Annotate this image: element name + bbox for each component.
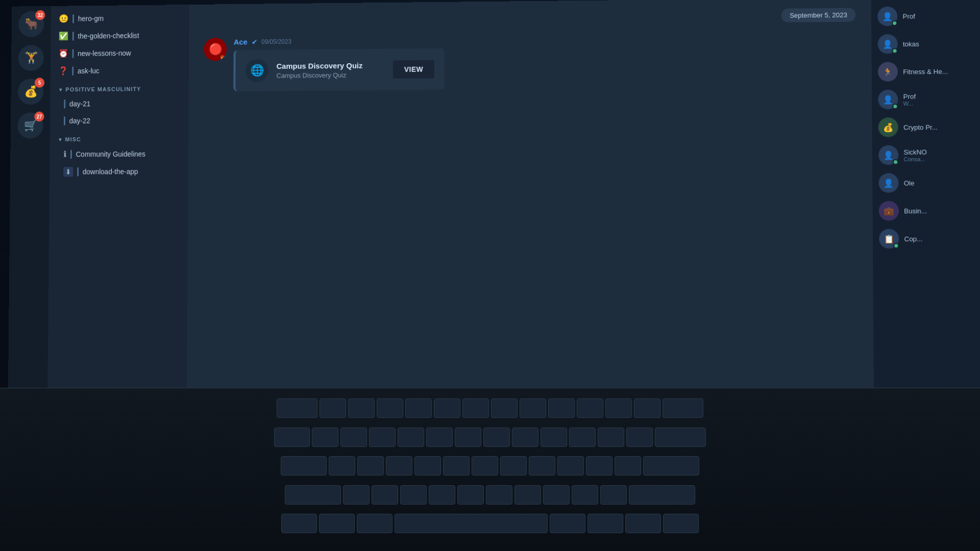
- member-prof2[interactable]: 👤 Prof W...: [872, 85, 980, 113]
- chevron-down-icon: ▼: [58, 87, 64, 92]
- member-info-sickno: SickNO Consa...: [903, 148, 927, 162]
- sidebar-icon-money[interactable]: 💰 5: [18, 79, 43, 105]
- channel-name-golden-checklist: the-golden-checklist: [78, 31, 139, 40]
- badge-cart: 27: [34, 112, 44, 122]
- channel-divider-day-22: [64, 116, 65, 126]
- channel-emoji-community-guidelines: ℹ: [63, 149, 66, 159]
- member-avatar-fitness: 🏃: [878, 62, 898, 82]
- quiz-subtitle: Campus Discovery Quiz: [277, 71, 385, 79]
- sidebar-icon-cart[interactable]: 🛒 27: [17, 113, 43, 139]
- category-label-positive-masculinity: POSITIVE MASCULINITY: [65, 86, 141, 92]
- quiz-title: Campus Discovery Quiz: [277, 61, 385, 70]
- channel-name-day-22: day-22: [69, 117, 90, 125]
- channel-divider-ask-luc: [72, 66, 74, 76]
- member-avatar-tokas: 👤: [877, 34, 897, 54]
- online-dot-prof2: [892, 104, 898, 109]
- quiz-card: 🌐 Campus Discovery Quiz Campus Discovery…: [233, 48, 445, 91]
- member-avatar-prof1: 👤: [877, 7, 897, 27]
- channel-emoji-new-lessons: ⏰: [59, 48, 68, 58]
- channel-item-ask-luc[interactable]: ❓ ask-luc: [51, 61, 189, 80]
- channel-item-new-lessons[interactable]: ⏰ new-lessons-now: [51, 43, 189, 62]
- channel-name-hero-gm: hero-gm: [78, 14, 104, 22]
- category-misc[interactable]: ▼ MISC: [50, 129, 189, 145]
- member-info-business: Busin...: [904, 207, 927, 214]
- channel-item-download-app[interactable]: ⬇ download-the-app: [50, 162, 188, 181]
- member-avatar-sickno: 👤: [878, 145, 898, 165]
- date-pill: September 5, 2023: [781, 8, 856, 22]
- channel-name-download-app: download-the-app: [83, 167, 138, 176]
- channel-name-new-lessons: new-lessons-now: [78, 49, 131, 58]
- channel-emoji-golden-checklist: ✅: [59, 31, 68, 41]
- badge-money: 5: [35, 78, 44, 88]
- channel-emoji-download-app: ⬇: [63, 167, 73, 177]
- sidebar-icon-gym[interactable]: 🏋: [18, 45, 43, 71]
- online-dot-copy: [893, 243, 899, 248]
- date-separator: September 5, 2023: [204, 8, 856, 28]
- member-info-crypto: Crypto Pr...: [903, 123, 938, 131]
- keyboard-keys: [0, 388, 980, 551]
- channel-name-community-guidelines: Community Guidelines: [76, 149, 146, 158]
- message-author: Ace: [234, 38, 248, 46]
- category-label-misc: MISC: [65, 136, 81, 142]
- sidebar-icon-bull[interactable]: 🐂 32: [18, 11, 44, 37]
- online-dot-prof1: [892, 20, 897, 26]
- member-info-fitness: Fitness & He...: [903, 67, 948, 76]
- message-header: Ace ✔ 09/05/2023: [234, 32, 856, 46]
- message-avatar: 🔴: [204, 38, 227, 61]
- member-ole[interactable]: 👤 Ole: [872, 169, 980, 197]
- chevron-down-icon-misc: ▼: [58, 137, 63, 142]
- channel-divider-download-app: [77, 167, 79, 177]
- member-avatar-copy: 📋: [879, 229, 899, 249]
- channel-divider-golden-checklist: [72, 32, 74, 41]
- member-sickno[interactable]: 👤 SickNO Consa...: [872, 141, 980, 169]
- channel-item-community-guidelines[interactable]: ℹ Community Guidelines: [50, 145, 188, 163]
- badge-bull: 32: [35, 10, 45, 20]
- quiz-info: Campus Discovery Quiz Campus Discovery Q…: [277, 61, 385, 79]
- member-copy[interactable]: 📋 Cop...: [873, 224, 980, 253]
- member-fitness[interactable]: 🏃 Fitness & He...: [871, 57, 980, 86]
- channel-name-ask-luc: ask-luc: [78, 66, 100, 74]
- channel-item-golden-checklist[interactable]: ✅ the-golden-checklist: [51, 26, 189, 45]
- channel-emoji-hero-gm: 😐: [59, 14, 68, 23]
- message: 🔴 Ace ✔ 09/05/2023 🌐 Campus Discover: [204, 32, 856, 92]
- category-positive-masculinity[interactable]: ▼ POSITIVE MASCULINITY: [50, 79, 188, 95]
- member-avatar-business: 💼: [879, 201, 899, 221]
- member-avatar-crypto: 💰: [878, 117, 898, 137]
- view-button[interactable]: VIEW: [393, 60, 434, 79]
- member-name-prof1: Prof: [902, 12, 915, 20]
- online-dot-sickno: [893, 159, 898, 165]
- channel-emoji-ask-luc: ❓: [58, 66, 68, 76]
- member-tokas[interactable]: 👤 tokas: [871, 29, 980, 58]
- quiz-icon: 🌐: [246, 59, 268, 82]
- channel-divider-day-21: [64, 99, 65, 109]
- message-timestamp: 09/05/2023: [261, 38, 291, 45]
- member-info-ole: Ole: [904, 179, 915, 187]
- member-crypto[interactable]: 💰 Crypto Pr...: [872, 113, 980, 141]
- member-info-copy: Cop...: [904, 235, 923, 242]
- channel-item-day-22[interactable]: day-22: [50, 112, 188, 130]
- member-prof1[interactable]: 👤 Prof: [871, 2, 980, 31]
- member-avatar-prof2: 👤: [878, 90, 898, 110]
- member-info-prof2: Prof W...: [903, 92, 916, 106]
- online-dot-tokas: [892, 48, 897, 54]
- channel-item-hero-gm[interactable]: 😐 hero-gm: [51, 9, 189, 28]
- channel-divider-new-lessons: [72, 49, 74, 58]
- member-avatar-ole: 👤: [878, 173, 898, 193]
- member-business[interactable]: 💼 Busin...: [872, 196, 980, 224]
- message-body: Ace ✔ 09/05/2023 🌐 Campus Discovery Quiz…: [233, 32, 856, 91]
- channel-divider-hero-gm: [72, 14, 74, 23]
- channel-item-day-21[interactable]: day-21: [50, 94, 188, 112]
- verified-icon: ✔: [251, 38, 257, 46]
- member-info-tokas: tokas: [903, 40, 919, 47]
- channel-divider-community-guidelines: [70, 149, 72, 159]
- keyboard-area: [0, 388, 980, 551]
- channel-name-day-21: day-21: [69, 100, 90, 108]
